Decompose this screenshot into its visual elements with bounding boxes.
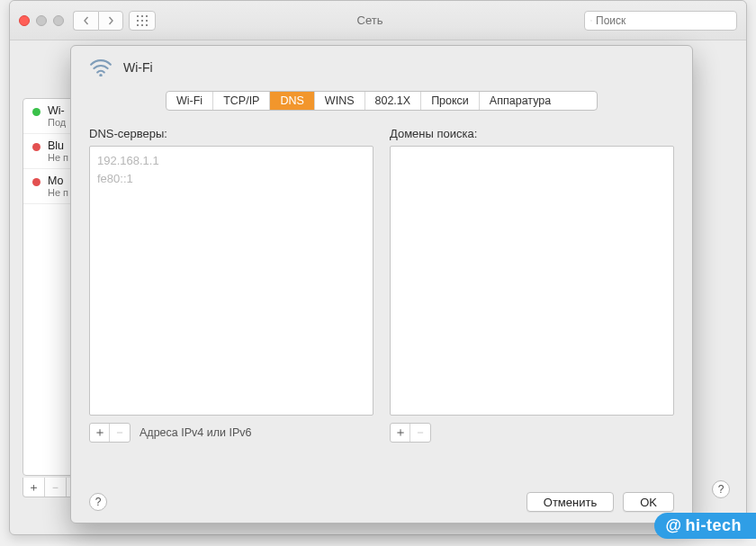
tab-hardware[interactable]: Аппаратура [480,92,561,110]
tab-proxy[interactable]: Прокси [421,92,480,110]
tab-bar: Wi-Fi TCP/IP DNS WINS 802.1X Прокси Аппа… [166,91,598,111]
search-domains-label: Домены поиска: [390,127,674,140]
sidebar-item-sublabel: Под [48,117,66,128]
wifi-icon [89,58,112,76]
sheet-title: Wi-Fi [123,60,153,75]
chevron-right-icon [106,16,115,25]
tab-wifi[interactable]: Wi-Fi [166,92,213,110]
traffic-lights [19,15,64,26]
dns-plus-minus: ＋ － [89,423,130,443]
svg-rect-5 [146,20,148,22]
search-input[interactable] [596,14,731,27]
at-icon: @ [665,516,681,535]
dns-columns: DNS-серверы: 192.168.1.1 fe80::1 ＋ － Адр… [71,111,692,443]
back-button[interactable] [73,11,98,31]
dns-servers-label: DNS-серверы: [89,127,374,140]
search-field[interactable] [584,11,737,31]
status-dot-icon [32,178,40,186]
zoom-window-button[interactable] [53,15,64,26]
tab-8021x[interactable]: 802.1X [365,92,422,110]
dns-list-footer: ＋ － Адреса IPv4 или IPv6 [89,423,374,443]
svg-rect-3 [137,20,139,22]
svg-line-10 [591,21,592,22]
svg-rect-6 [137,24,139,26]
titlebar: Сеть [10,1,746,40]
svg-rect-2 [146,15,148,17]
dns-hint: Адреса IPv4 или IPv6 [140,426,251,439]
svg-point-11 [99,74,102,76]
ok-button[interactable]: OK [623,492,674,512]
watermark-text: hi-tech [685,516,742,535]
dns-entry[interactable]: fe80::1 [97,170,365,188]
sidebar-item-label: Mo [48,175,68,187]
search-icon [590,15,592,26]
domains-list-footer: ＋ － [390,423,674,443]
wifi-advanced-sheet: Wi-Fi Wi-Fi TCP/IP DNS WINS 802.1X Прокс… [70,45,693,524]
window-title: Сеть [156,13,584,27]
cancel-button[interactable]: Отменить [526,492,614,512]
sidebar-item-sublabel: Не п [48,152,68,163]
status-dot-icon [32,108,40,116]
remove-dns-button[interactable]: － [110,424,130,442]
sidebar-item-sublabel: Не п [48,187,68,198]
help-button[interactable]: ? [712,480,730,498]
add-domain-button[interactable]: ＋ [391,424,410,442]
sheet-header: Wi-Fi [71,46,692,85]
svg-rect-7 [141,24,143,26]
svg-rect-1 [141,15,143,17]
close-window-button[interactable] [19,15,30,26]
dns-entry[interactable]: 192.168.1.1 [97,152,365,170]
status-dot-icon [32,143,40,151]
dns-servers-list[interactable]: 192.168.1.1 fe80::1 [89,146,374,416]
svg-rect-8 [146,24,148,26]
chevron-left-icon [82,16,91,25]
minimize-window-button[interactable] [36,15,47,26]
forward-button[interactable] [98,11,123,31]
remove-service-button[interactable]: － [45,478,67,497]
watermark: @ hi-tech [654,513,756,539]
svg-point-9 [590,20,591,21]
search-domains-list[interactable] [390,146,674,416]
grid-icon [137,15,148,26]
remove-domain-button[interactable]: － [410,424,430,442]
sidebar-item-label: Blu [48,139,68,152]
nav-buttons [73,11,123,31]
search-domains-column: Домены поиска: ＋ － [390,127,674,443]
domains-plus-minus: ＋ － [390,423,431,443]
sheet-footer: ? Отменить OK [89,492,674,512]
svg-rect-0 [137,15,139,17]
add-dns-button[interactable]: ＋ [90,424,110,442]
tab-dns[interactable]: DNS [270,92,314,110]
svg-rect-4 [141,20,143,22]
tab-wins[interactable]: WINS [315,92,365,110]
sheet-help-button[interactable]: ? [89,493,107,511]
tab-tcpip[interactable]: TCP/IP [213,92,270,110]
show-all-button[interactable] [129,11,156,31]
add-service-button[interactable]: ＋ [23,478,45,497]
dns-servers-column: DNS-серверы: 192.168.1.1 fe80::1 ＋ － Адр… [89,127,374,443]
sidebar-item-label: Wi- [48,104,66,117]
